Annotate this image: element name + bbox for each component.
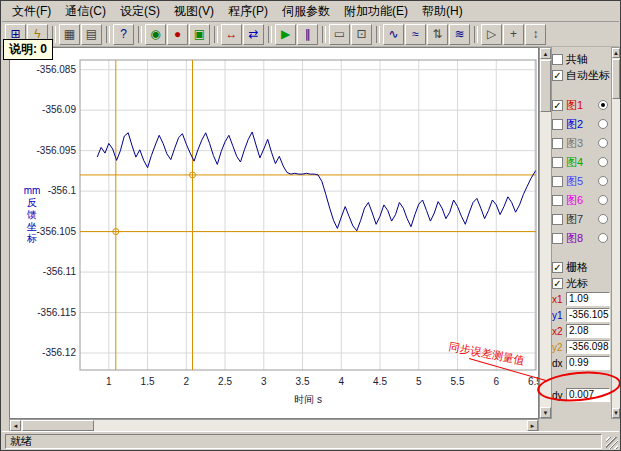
trace-3-checkbox[interactable] bbox=[552, 138, 563, 149]
trace-2-radio[interactable] bbox=[598, 119, 608, 129]
menu-settings[interactable]: 设定(S) bbox=[113, 1, 167, 22]
trace-5-checkbox[interactable] bbox=[552, 176, 563, 187]
y-tick-label: -356.085 bbox=[37, 64, 77, 75]
toolbar-separator bbox=[106, 26, 110, 43]
panel-vscroll[interactable]: ▲ ▼ bbox=[611, 47, 621, 419]
menu-help[interactable]: 帮助(H) bbox=[415, 1, 470, 22]
trace-1-radio[interactable] bbox=[598, 100, 608, 110]
auto-axis-label: 自动坐标 bbox=[566, 68, 610, 83]
trace-1-label: 图1 bbox=[566, 98, 583, 113]
control-panel: 共轴✓自动坐标✓图1图2图3图4图5图6图7图8✓栅格✓光标x11.09y1-3… bbox=[552, 47, 611, 419]
y-tick-label: -356.09 bbox=[42, 104, 76, 115]
readout-y2-value[interactable]: -356.098 bbox=[566, 340, 610, 354]
wave-multi-button[interactable]: ≈ bbox=[405, 24, 426, 45]
readout-dx-value[interactable]: 0.99 bbox=[566, 356, 610, 370]
trace-6-checkbox[interactable] bbox=[552, 195, 563, 206]
grid-checkbox[interactable]: ✓ bbox=[552, 262, 563, 273]
swap-axes-button[interactable]: ⇅ bbox=[427, 24, 448, 45]
trace-8-radio[interactable] bbox=[598, 233, 608, 243]
y-axis-title: 标 bbox=[26, 233, 37, 244]
menu-view[interactable]: 视图(V) bbox=[167, 1, 221, 22]
crosshair-button[interactable]: + bbox=[503, 24, 524, 45]
menu-servo-params[interactable]: 伺服参数 bbox=[275, 1, 337, 22]
scroll-right-icon[interactable]: ► bbox=[527, 420, 538, 431]
scroll-up-icon[interactable]: ▲ bbox=[540, 48, 551, 59]
select-region-button[interactable]: ▭ bbox=[329, 24, 350, 45]
trace-7-radio[interactable] bbox=[598, 214, 608, 224]
waveform-chart[interactable]: -356.085-356.09-356.095-356.1-356.105-35… bbox=[10, 48, 538, 418]
grid-row: ✓栅格 bbox=[552, 259, 611, 275]
monitor-button[interactable]: ▣ bbox=[189, 24, 210, 45]
menu-program[interactable]: 程序(P) bbox=[221, 1, 275, 22]
trace-5-radio[interactable] bbox=[598, 176, 608, 186]
panel-scroll-down-icon[interactable]: ▼ bbox=[612, 408, 620, 418]
trace-1-row: ✓图1 bbox=[552, 97, 611, 113]
panel-scroll-up-icon[interactable]: ▲ bbox=[612, 48, 620, 58]
upload-button[interactable]: ↔ bbox=[221, 24, 242, 45]
save-button[interactable]: ▦ bbox=[59, 24, 80, 45]
menu-extra[interactable]: 附加功能(E) bbox=[337, 1, 415, 22]
trace-6-radio[interactable] bbox=[598, 195, 608, 205]
trace-6-label: 图6 bbox=[566, 193, 583, 208]
toolbar-separator bbox=[214, 26, 218, 43]
trace-4-checkbox[interactable] bbox=[552, 157, 563, 168]
pan-button[interactable]: ↕ bbox=[525, 24, 546, 45]
cursor-checkbox[interactable]: ✓ bbox=[552, 278, 563, 289]
record-icon: ● bbox=[174, 28, 181, 40]
x-axis-title: 时间 s bbox=[294, 394, 322, 405]
chart-panel[interactable]: -356.085-356.09-356.095-356.1-356.105-35… bbox=[9, 47, 539, 419]
wave-smooth-button[interactable]: ≋ bbox=[449, 24, 470, 45]
status-bar: 就绪 bbox=[2, 431, 619, 449]
readout-x2-value[interactable]: 2.08 bbox=[566, 324, 610, 338]
trace-1-checkbox[interactable]: ✓ bbox=[552, 100, 563, 111]
wave-single-button[interactable]: ∿ bbox=[383, 24, 404, 45]
readout-x2-row: x22.08 bbox=[552, 323, 611, 339]
run-icon: ▶ bbox=[281, 28, 290, 40]
trace-5-label: 图5 bbox=[566, 174, 583, 189]
chart-vscroll[interactable]: ▲ ▼ bbox=[539, 47, 552, 419]
x-tick-label: 3 bbox=[261, 376, 267, 387]
readout-y1-value[interactable]: -356.105 bbox=[566, 308, 610, 322]
trace-2-checkbox[interactable] bbox=[552, 119, 563, 130]
record-button[interactable]: ● bbox=[167, 24, 188, 45]
readout-x1-value[interactable]: 1.09 bbox=[566, 292, 610, 306]
trace-4-label: 图4 bbox=[566, 155, 583, 170]
scroll-left-icon[interactable]: ◄ bbox=[10, 420, 21, 431]
pause-button[interactable]: ∥ bbox=[297, 24, 318, 45]
scope-button[interactable]: ◉ bbox=[145, 24, 166, 45]
trace-3-radio[interactable] bbox=[598, 138, 608, 148]
auto-axis-checkbox[interactable]: ✓ bbox=[552, 70, 563, 81]
toolbar: ⊞ϟ▦▤?◉●▣↔⇄▶∥▭⊡∿≈⇅≋▷+↕ bbox=[2, 22, 619, 47]
application-window: 文件(F)通信(C)设定(S)视图(V)程序(P)伺服参数附加功能(E)帮助(H… bbox=[0, 0, 621, 451]
trace-7-checkbox[interactable] bbox=[552, 214, 563, 225]
x-tick-label: 1 bbox=[106, 376, 112, 387]
panel-scroll-thumb[interactable] bbox=[612, 59, 620, 99]
scroll-down-icon[interactable]: ▼ bbox=[540, 407, 551, 418]
trace-8-checkbox[interactable] bbox=[552, 233, 563, 244]
hscroll-thumb[interactable] bbox=[22, 420, 94, 431]
trace-4-row: 图4 bbox=[552, 154, 611, 170]
pointer-button[interactable]: ▷ bbox=[481, 24, 502, 45]
resize-grip-icon[interactable] bbox=[606, 437, 618, 449]
swap-axes-icon: ⇅ bbox=[432, 28, 442, 40]
x-tick-label: 4 bbox=[338, 376, 344, 387]
print-button[interactable]: ▤ bbox=[81, 24, 102, 45]
trace-2-row: 图2 bbox=[552, 116, 611, 132]
monitor-icon: ▣ bbox=[194, 28, 205, 40]
toolbar-separator bbox=[376, 26, 380, 43]
download-button[interactable]: ⇄ bbox=[243, 24, 264, 45]
zoom-window-icon: ⊡ bbox=[356, 28, 366, 40]
zoom-window-button[interactable]: ⊡ bbox=[351, 24, 372, 45]
trace-4-radio[interactable] bbox=[598, 157, 608, 167]
y-tick-label: -356.1 bbox=[48, 185, 77, 196]
menu-file[interactable]: 文件(F) bbox=[5, 1, 58, 22]
y-axis-title: 馈 bbox=[26, 209, 37, 220]
status-text: 就绪 bbox=[10, 434, 32, 449]
coaxial-checkbox[interactable] bbox=[552, 54, 563, 65]
readout-dy-value[interactable]: 0.007 bbox=[566, 388, 610, 402]
vscroll-thumb[interactable] bbox=[540, 60, 551, 112]
menu-comm[interactable]: 通信(C) bbox=[58, 1, 113, 22]
help-button[interactable]: ? bbox=[113, 24, 134, 45]
run-button[interactable]: ▶ bbox=[275, 24, 296, 45]
y-tick-label: -356.095 bbox=[37, 145, 77, 156]
